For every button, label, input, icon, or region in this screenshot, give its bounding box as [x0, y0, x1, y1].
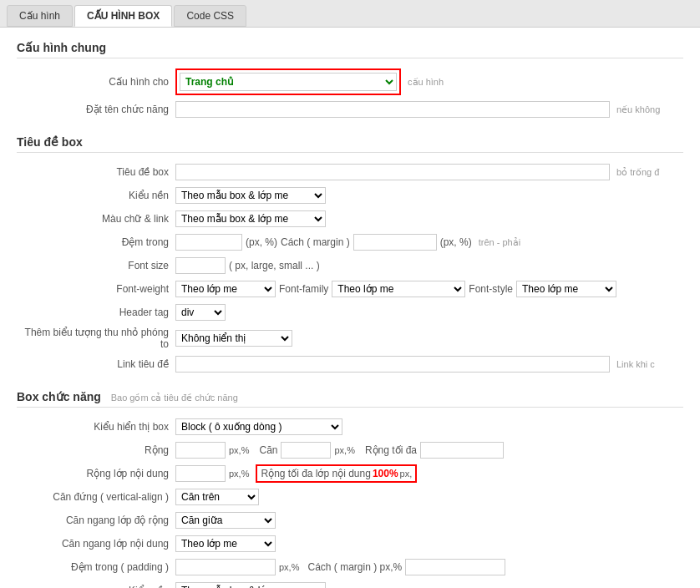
select-can-dung[interactable]: Căn trên — [175, 489, 259, 505]
controls-font-weight: Theo lớp me Font-family Theo lớp me Font… — [175, 281, 683, 297]
input-rong-lop[interactable] — [175, 465, 226, 482]
row-can-ngang-noi-dung: Căn ngang lớp nội dung Theo lớp me — [17, 535, 683, 553]
select-can-ngang-do-rong[interactable]: Căn giữa — [175, 512, 276, 529]
row-dat-ten: Đặt tên chức năng nếu không — [17, 100, 683, 119]
input-cach-box[interactable] — [405, 559, 505, 575]
controls-can-ngang-do-rong: Căn giữa — [175, 512, 683, 529]
select-header-tag[interactable]: div — [175, 304, 226, 321]
red-box-rong-toi-da: Rộng tối đa lớp nội dung 100% px, — [256, 464, 417, 483]
row-can-ngang-do-rong: Căn ngang lớp độ rộng Căn giữa — [17, 511, 683, 530]
controls-dem-trong-tieu-de: (px, %) Cách ( margin ) (px, %) trên - p… — [175, 234, 683, 251]
controls-tieu-de-box: bỏ trống đ — [175, 164, 683, 180]
controls-rong: px,% Căn px,% Rộng tối đa — [175, 442, 683, 459]
controls-header-tag: div — [175, 304, 683, 321]
label-dem-trong-tieu-de: Đệm trong — [17, 236, 175, 248]
label-can-ngang-do-rong: Căn ngang lớp độ rộng — [17, 514, 175, 526]
select-mau-chu[interactable]: Theo mẫu box & lớp me — [175, 210, 326, 227]
row-header-tag: Header tag div — [17, 303, 683, 322]
select-kieu-nen-box[interactable]: Theo mẫu box & lớp me — [175, 582, 326, 588]
label-font-weight: Font-weight — [17, 283, 175, 295]
input-dem-trong[interactable] — [175, 234, 242, 251]
label-header-tag: Header tag — [17, 307, 175, 318]
controls-cau-hinh-cho: Trang chủ cấu hình — [175, 68, 683, 95]
tab-bar: Cấu hình CẤU HÌNH BOX Code CSS — [0, 0, 700, 28]
tab-cau-hinh[interactable]: Cấu hình — [7, 5, 73, 27]
label-rong-toi-da-lop: Rộng tối đa lớp nội dung — [261, 468, 370, 479]
label-rong-toi-da: Rộng tối đa — [365, 444, 417, 456]
input-cach-margin[interactable] — [353, 234, 437, 251]
select-font-family[interactable]: Theo lớp me — [332, 281, 465, 297]
note-cau-hinh-cho: cấu hình — [408, 77, 444, 88]
label-cach-box: Cách ( margin ) px,% — [307, 561, 402, 573]
controls-kieu-hien-thi: Block ( ô xuống dòng ) — [175, 418, 683, 435]
section-tieu-de-box: Tiêu đề box Tiêu đề box bỏ trống đ Kiểu … — [17, 135, 683, 373]
select-kieu-nen[interactable]: Theo mẫu box & lớp me — [175, 187, 326, 204]
controls-dem-trong-padding: px,% Cách ( margin ) px,% — [175, 559, 683, 575]
controls-kieu-nen-box: Theo mẫu box & lớp me — [175, 582, 683, 588]
select-font-weight[interactable]: Theo lớp me — [175, 281, 276, 297]
input-rong[interactable] — [175, 442, 226, 459]
input-can[interactable] — [281, 442, 331, 459]
input-rong-toi-da[interactable] — [420, 442, 504, 459]
label-rong-lop-px: px,% — [229, 469, 249, 479]
label-link-tieu-de: Link tiêu đề — [17, 358, 175, 370]
row-rong-lop: Rộng lớp nội dung px,% Rộng tối đa lớp n… — [17, 464, 683, 483]
note-tieu-de: bỏ trống đ — [616, 167, 659, 178]
controls-mau-chu: Theo mẫu box & lớp me — [175, 210, 683, 227]
label-dat-ten: Đặt tên chức năng — [17, 104, 175, 115]
note-side: trên - phải — [479, 237, 520, 248]
section-title-cau-hinh-chung: Cấu hình chung — [17, 41, 683, 58]
label-tieu-de-box: Tiêu đề box — [17, 166, 175, 178]
label-rong-px: px,% — [229, 445, 249, 455]
row-dem-trong-padding: Đệm trong ( padding ) px,% Cách ( margin… — [17, 558, 683, 576]
input-font-size[interactable] — [175, 257, 226, 274]
label-dem-px-box: px,% — [279, 562, 299, 572]
label-rong: Rộng — [17, 444, 175, 456]
controls-font-size: ( px, large, small ... ) — [175, 257, 683, 274]
row-dem-trong-tieu-de: Đệm trong (px, %) Cách ( margin ) (px, %… — [17, 233, 683, 251]
section-title-box-chuc-nang: Box chức năng Bao gồm cả tiêu đề chức nă… — [17, 390, 683, 408]
label-font-size: Font size — [17, 260, 175, 271]
controls-rong-lop: px,% Rộng tối đa lớp nội dung 100% px, — [175, 464, 683, 483]
value-100-percent: 100% — [373, 468, 398, 479]
row-font-size: Font size ( px, large, small ... ) — [17, 256, 683, 275]
select-kieu-hien-thi[interactable]: Block ( ô xuống dòng ) — [175, 418, 342, 435]
label-can-dung: Căn đứng ( vertical-align ) — [17, 491, 175, 503]
controls-kieu-nen: Theo mẫu box & lớp me — [175, 187, 683, 204]
tabs-container: Cấu hình CẤU HÌNH BOX Code CSS — [0, 0, 700, 28]
label-font-style: Font-style — [469, 283, 513, 295]
tab-code-css[interactable]: Code CSS — [174, 5, 246, 27]
controls-link-tieu-de: Link khi c — [175, 356, 683, 373]
input-dat-ten[interactable] — [175, 101, 610, 118]
label-can: Căn — [259, 444, 277, 456]
input-tieu-de-box[interactable] — [175, 164, 610, 180]
input-link-tieu-de[interactable] — [175, 356, 610, 373]
label-kieu-nen-box: Kiểu nền — [17, 585, 175, 588]
row-font-weight: Font-weight Theo lớp me Font-family Theo… — [17, 280, 683, 298]
section-title-tieu-de-box: Tiêu đề box — [17, 135, 683, 153]
label-kieu-nen: Kiểu nền — [17, 190, 175, 201]
select-can-ngang-noi-dung[interactable]: Theo lớp me — [175, 535, 276, 552]
select-cau-hinh-cho[interactable]: Trang chủ — [180, 73, 397, 91]
label-px-margin: (px, %) — [440, 236, 472, 248]
row-link-tieu-de: Link tiêu đề Link khi c — [17, 355, 683, 373]
label-rong-toi-da-px: px, — [400, 469, 413, 479]
controls-dat-ten: nếu không — [175, 101, 683, 118]
label-px-dem-trong: (px, %) — [246, 236, 277, 248]
select-them-bieu-tuong[interactable]: Không hiển thị — [175, 330, 292, 347]
label-dem-trong-padding: Đệm trong ( padding ) — [17, 561, 175, 573]
row-kieu-hien-thi: Kiểu hiển thị box Block ( ô xuống dòng ) — [17, 418, 683, 436]
controls-them-bieu-tuong: Không hiển thị — [175, 330, 683, 347]
red-box-cau-hinh: Trang chủ — [175, 68, 401, 95]
label-kieu-hien-thi: Kiểu hiển thị box — [17, 421, 175, 433]
label-rong-lop: Rộng lớp nội dung — [17, 468, 175, 479]
input-dem-trong-box[interactable] — [175, 559, 276, 575]
label-can-ngang-noi-dung: Căn ngang lớp nội dung — [17, 538, 175, 550]
tab-cau-hinh-box[interactable]: CẤU HÌNH BOX — [74, 5, 172, 27]
label-mau-chu: Màu chữ & link — [17, 213, 175, 225]
section-box-chuc-nang: Box chức năng Bao gồm cả tiêu đề chức nă… — [17, 390, 683, 588]
row-can-dung: Căn đứng ( vertical-align ) Căn trên — [17, 488, 683, 506]
select-font-style[interactable]: Theo lớp me — [516, 281, 616, 297]
label-font-family: Font-family — [279, 283, 328, 295]
row-them-bieu-tuong: Thêm biểu tượng thu nhỏ phóng to Không h… — [17, 327, 683, 350]
